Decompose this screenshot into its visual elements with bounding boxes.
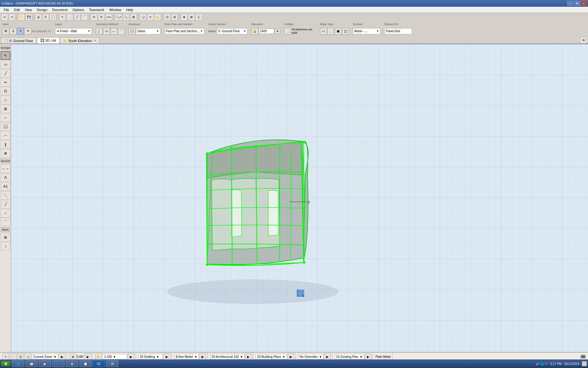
stair-tool-btn[interactable]: ⋯	[1, 131, 10, 140]
menu-file[interactable]: File	[1, 7, 12, 12]
tab-ground-floor[interactable]: 📋 0. Ground Floor	[1, 37, 36, 44]
layer-dropdown[interactable]: 👁 Finish - Wall ▼	[55, 28, 92, 34]
redo-button[interactable]: ↪	[9, 14, 15, 21]
explorer-button[interactable]: 📁	[25, 360, 38, 367]
section-button[interactable]: ✂	[147, 14, 154, 21]
canvas-area[interactable]: y	[11, 44, 588, 352]
open-button[interactable]: 📁	[18, 14, 25, 21]
start-button[interactable]: ⊞	[1, 361, 10, 366]
minimize-button[interactable]: ─	[567, 1, 573, 6]
zoom-prev-btn[interactable]: ◁	[24, 353, 31, 360]
element-info-btn[interactable]: ℹ	[10, 28, 17, 35]
show-desktop-btn[interactable]	[582, 361, 587, 366]
slab-tool-btn[interactable]: ⊡	[1, 87, 10, 95]
geometry-btn2[interactable]: ▭	[103, 28, 110, 35]
geometry-btn3[interactable]: ⌐	[111, 28, 117, 35]
tab-arrange-btn[interactable]: ⧉	[580, 37, 587, 44]
element-id-dropdown[interactable]: Panel-Dist	[384, 28, 412, 34]
more-tools-btn2[interactable]: ↕	[1, 242, 10, 251]
word-button[interactable]: W	[106, 360, 119, 367]
menu-document[interactable]: Document	[50, 7, 70, 12]
close-button[interactable]: ✕	[581, 1, 587, 6]
menu-help[interactable]: Help	[124, 7, 136, 12]
rotate-button[interactable]: ↻	[98, 14, 105, 21]
railing-btn[interactable]: ‖	[1, 140, 10, 149]
3d-view-button[interactable]: 🎲	[140, 14, 146, 21]
drafting-btn[interactable]: ▶	[164, 353, 170, 360]
column-tool-btn[interactable]: ╱	[1, 69, 10, 78]
line-draw-btn[interactable]: ╱	[1, 200, 10, 209]
element-settings-btn[interactable]: ⚙	[2, 28, 9, 35]
print-button[interactable]: 🖨	[35, 14, 42, 21]
surface-dropdown[interactable]: Metal - ... ▼	[353, 28, 380, 34]
menu-design[interactable]: Design	[34, 7, 50, 12]
tab-south-elevation[interactable]: 📐 South Elevation ✕	[60, 37, 100, 44]
elevation-input[interactable]	[259, 29, 274, 34]
tab-3d-all[interactable]: 🔲 3D / All	[37, 37, 59, 44]
fit-window-button[interactable]: ⊞	[130, 14, 137, 21]
model-btn[interactable]: ▶	[199, 353, 206, 360]
menu-edit[interactable]: Edit	[12, 7, 22, 12]
window-tool-btn[interactable]: 🪟	[1, 122, 10, 131]
arch-dropdown[interactable]: 03 Architectural 100 ▼	[210, 354, 244, 359]
tab-close-elevation[interactable]: ✕	[94, 39, 96, 42]
elevation-stepper[interactable]: ▼	[275, 29, 280, 34]
files-button[interactable]: 📋	[79, 360, 92, 367]
existing-plan-dropdown[interactable]: 01 Existing Plan ▼	[335, 354, 364, 359]
roof-tool-btn[interactable]: ⌂	[1, 96, 10, 104]
menu-teamwork[interactable]: Teamwork	[87, 7, 107, 12]
move-button[interactable]: ✛	[91, 14, 97, 21]
menu-options[interactable]: Options	[70, 7, 87, 12]
zoom-apply-btn[interactable]: ▶	[59, 353, 66, 360]
zoom-fit-btn[interactable]: ⊡	[17, 353, 24, 360]
arc-tool[interactable]: ⌒	[81, 14, 88, 21]
geometry-btn1[interactable]: │	[96, 28, 103, 35]
snap-btn[interactable]: ⊕	[181, 14, 187, 21]
menu-view[interactable]: View	[22, 7, 35, 12]
edge-btn3[interactable]: ▣	[335, 28, 341, 35]
select-tool[interactable]: ⬜	[66, 14, 73, 21]
restore-button[interactable]: ⧉	[574, 1, 580, 6]
text-btn[interactable]: A	[1, 173, 10, 182]
elevation-btn[interactable]: 📐	[154, 14, 161, 21]
chrome-button[interactable]: 🔵	[52, 360, 65, 367]
guide-btn[interactable]: ┼	[195, 14, 202, 21]
edit-btn[interactable]: ✎	[24, 28, 31, 35]
building-plans-dropdown[interactable]: 03 Building Plans ▼	[256, 354, 287, 359]
zoom-dropdown[interactable]: Current Zoom ▼	[32, 354, 58, 359]
menu-window[interactable]: Window	[107, 7, 124, 12]
model-dropdown[interactable]: Entire Model ▼	[174, 354, 199, 359]
overrides-dropdown[interactable]: No Overrides ▼	[298, 354, 324, 359]
arc-draw-btn[interactable]: ○	[1, 209, 10, 217]
label-btn[interactable]: A1	[1, 182, 10, 191]
object-tool-btn[interactable]: ⊕	[1, 149, 10, 158]
elevation-lock-btn[interactable]: 🔒	[251, 28, 258, 35]
arch-btn[interactable]: ▶	[245, 353, 252, 360]
arrow-tool[interactable]: ↖	[59, 14, 66, 21]
angle-arrow-btn[interactable]: ▶	[85, 353, 91, 360]
existing-plan-btn[interactable]: ▶	[365, 353, 371, 360]
undo-button[interactable]: ↩	[1, 14, 8, 21]
scale-dropdown[interactable]: 1:100 ▼	[103, 354, 127, 359]
building-plans-btn[interactable]: ▶	[288, 353, 294, 360]
door-tool-btn[interactable]: ⌐	[1, 113, 10, 122]
grid-btn[interactable]: ⊞	[188, 14, 195, 21]
archicad-button[interactable]: AC	[93, 360, 105, 367]
edge-btn2[interactable]: ⬜	[327, 28, 334, 35]
line-tool[interactable]: ╱	[74, 14, 81, 21]
select-all-btn[interactable]: ⊡	[164, 14, 171, 21]
overrides-btn[interactable]: ▶	[324, 353, 331, 360]
copy-button[interactable]: ⎘	[42, 14, 49, 21]
paste-button[interactable]: 📋	[50, 14, 56, 21]
win-button[interactable]: ⊞	[66, 360, 78, 367]
zoom-out-status-btn[interactable]: −	[10, 353, 17, 360]
zoom-in-button[interactable]: 🔍+	[115, 14, 122, 21]
arrow-tool-btn[interactable]: ↖	[1, 51, 10, 60]
beam-tool-btn[interactable]: ═	[1, 78, 10, 86]
edge-btn1[interactable]: ▭	[320, 28, 327, 35]
save-button[interactable]: 💾	[25, 14, 32, 21]
geometry-btn4[interactable]: ⌒	[118, 28, 125, 35]
curtain-wall-btn[interactable]: ⊞	[1, 105, 10, 113]
angle-snap-btn[interactable]: ⊕	[70, 353, 76, 360]
floor-plan-dropdown[interactable]: Floor Plan and Section... ▼	[164, 28, 204, 34]
